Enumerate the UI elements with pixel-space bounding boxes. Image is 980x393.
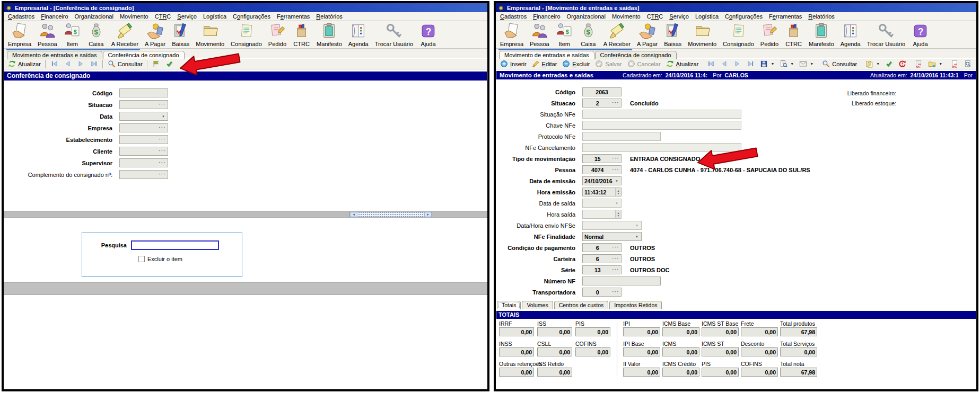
nav-prev-button[interactable]	[718, 59, 731, 69]
total-irrf-field[interactable]: 0,00	[499, 327, 534, 336]
menu-ferramentas[interactable]: Ferramentas	[274, 13, 313, 20]
nav-prev-button[interactable]	[61, 59, 74, 69]
detail-tab-centros-de-custos[interactable]: Centros de custos	[554, 301, 609, 309]
detail-tab-impostos-retidos[interactable]: Impostos Retidos	[609, 301, 662, 309]
pessoa-field[interactable]: 4074···	[582, 165, 622, 174]
nav-first-button[interactable]	[48, 59, 61, 69]
menu-ctrc[interactable]: CTRC	[644, 13, 667, 20]
menu-financeiro[interactable]: Financeiro	[38, 13, 71, 20]
tool-movimento[interactable]: Movimento	[192, 21, 228, 48]
dropdown-arrow-icon[interactable]: ▼	[615, 180, 621, 183]
codigo-field[interactable]: 2063	[582, 87, 622, 96]
tab-conferencia-de-consignado[interactable]: Conferência de consignado	[103, 51, 185, 59]
total-csll-field[interactable]: 0,00	[537, 347, 572, 356]
total-cofins-2-field[interactable]: 0,00	[741, 368, 778, 377]
detail-tab-volumes[interactable]: Volumes	[522, 301, 553, 309]
tool-manifesto[interactable]: Manifesto	[313, 21, 345, 48]
tool-pedido[interactable]: Pedido	[265, 21, 290, 48]
menu-organizacional[interactable]: Organizacional	[72, 13, 117, 20]
tool-trocar-usuario[interactable]: Trocar Usuário	[372, 21, 416, 48]
reprocessar-button[interactable]	[896, 59, 909, 69]
menu-servico[interactable]: Serviço	[174, 13, 200, 20]
total-icms-field[interactable]: 0,00	[662, 347, 699, 356]
tool-baixas[interactable]: Baixas	[661, 21, 685, 48]
total-total-produtos-field[interactable]: 67,98	[780, 327, 817, 336]
total-cofins-field[interactable]: 0,00	[575, 347, 610, 356]
ellipsis-button-icon[interactable]: ···	[159, 172, 168, 177]
nfse-opcoes-button[interactable]: ✱▼	[975, 59, 978, 69]
tool-consignado[interactable]: Consignado	[228, 21, 265, 48]
consultar-nfe-button[interactable]	[961, 59, 975, 69]
tool-a-pagar[interactable]: A Pagar	[142, 21, 169, 48]
ellipsis-button-icon[interactable]: ···	[159, 102, 168, 107]
confirmar-button[interactable]	[882, 59, 896, 69]
scroll-track[interactable]	[357, 212, 424, 217]
tool-trocar-usuario[interactable]: Trocar Usuário	[864, 21, 908, 48]
enviar-nfe-button[interactable]: NFe	[912, 59, 925, 69]
data-hora-envio-nfse-field[interactable]: ▼	[582, 221, 642, 230]
menu-relatorios[interactable]: Relatórios	[805, 13, 838, 20]
nav-next-button[interactable]	[74, 59, 88, 69]
total-pis-2-field[interactable]: 0,00	[702, 368, 739, 377]
numero-nf-field[interactable]	[582, 276, 661, 285]
total-icms-credito-field[interactable]: 0,00	[662, 368, 699, 377]
salvar-opcoes-button[interactable]: ▼	[757, 59, 777, 69]
menu-logistica[interactable]: Logística	[692, 13, 722, 20]
transportadora-field[interactable]: 0···	[582, 288, 622, 297]
menu-movimento[interactable]: Movimento	[609, 13, 644, 20]
tab-movimento-de-entradas-e-saidas[interactable]: Movimento de entradas e saídas	[7, 51, 102, 59]
total-pis-field[interactable]: 0,00	[575, 327, 610, 336]
total-ii-valor-field[interactable]: 0,00	[623, 368, 660, 377]
total-desconto-field[interactable]: 0,00	[741, 347, 778, 356]
serie-field[interactable]: 13···	[582, 265, 622, 274]
menu-configuracoes[interactable]: Configurações	[230, 13, 274, 20]
horizontal-scrollbar[interactable]: ◂ ▸	[349, 212, 432, 217]
estabelecimento-field[interactable]: ···	[119, 135, 168, 144]
menu-cadastros[interactable]: Cadastros	[497, 13, 530, 20]
tab-movimento-de-entradas-e-saidas[interactable]: Movimento de entradas e saídas	[499, 51, 594, 59]
total-outras-retencoes-field[interactable]: 0,00	[499, 368, 534, 377]
scroll-right-button[interactable]: ▸	[424, 212, 432, 217]
total-frete-field[interactable]: 0,00	[741, 327, 778, 336]
cliente-field[interactable]: ···	[119, 147, 168, 156]
marcar-button[interactable]	[150, 59, 163, 69]
atualizar-button[interactable]: Atualizar	[663, 59, 702, 69]
ellipsis-button-icon[interactable]: ···	[612, 290, 622, 294]
editar-button[interactable]: Editar	[529, 59, 560, 69]
tool-ctrc[interactable]: CTRC	[290, 21, 313, 48]
tool-pessoa[interactable]: Pessoa	[527, 21, 553, 48]
total-iss-retido-field[interactable]: 0,00	[537, 368, 572, 377]
condicao-pagamento-field[interactable]: 6···	[582, 243, 622, 252]
consultar-button[interactable]: Consultar	[819, 59, 860, 69]
data-saida-field[interactable]: ▼	[582, 199, 622, 208]
tool-movimento[interactable]: Movimento	[685, 21, 720, 48]
tool-ctrc[interactable]: CTRC	[782, 21, 806, 48]
tool-pedido[interactable]: Pedido	[757, 21, 782, 48]
menu-organizacional[interactable]: Organizacional	[564, 13, 609, 20]
total-total-servicos-field[interactable]: 0,00	[780, 347, 817, 356]
scroll-left-button[interactable]: ◂	[350, 212, 357, 217]
dropdown-arrow-icon[interactable]: ▼	[615, 202, 621, 205]
consultar-button[interactable]: Consultar	[105, 59, 145, 69]
menu-relatorios[interactable]: Relatórios	[313, 13, 346, 20]
nav-next-button[interactable]	[731, 59, 744, 69]
menu-movimento[interactable]: Movimento	[117, 13, 152, 20]
ellipsis-button-icon[interactable]: ···	[612, 256, 622, 261]
detail-tab-totais[interactable]: Totais	[497, 301, 521, 309]
supervisor-field[interactable]: ···	[119, 158, 168, 167]
menu-configuracoes[interactable]: Configurações	[722, 13, 766, 20]
ellipsis-button-icon[interactable]: ···	[159, 126, 168, 130]
documentos-button[interactable]: ▼	[863, 59, 882, 69]
tool-empresa[interactable]: Empresa	[497, 21, 527, 48]
ellipsis-button-icon[interactable]: ···	[612, 267, 622, 272]
total-total-nota-field[interactable]: 67,98	[780, 368, 817, 377]
total-inss-field[interactable]: 0,00	[499, 347, 534, 356]
tool-ajuda[interactable]: ?Ajuda	[908, 21, 932, 48]
hora-saida-field[interactable]: ▲▼	[582, 210, 622, 219]
nfe-finalidade-field[interactable]: Normal▼	[582, 232, 642, 241]
tool-pessoa[interactable]: Pessoa	[34, 21, 60, 48]
email-button[interactable]: ▼	[797, 59, 816, 69]
tool-item[interactable]: $Item	[553, 21, 576, 48]
salvar-button[interactable]: Salvar	[592, 59, 624, 69]
hora-emissao-field[interactable]: 11:43:12▲▼	[582, 187, 622, 196]
